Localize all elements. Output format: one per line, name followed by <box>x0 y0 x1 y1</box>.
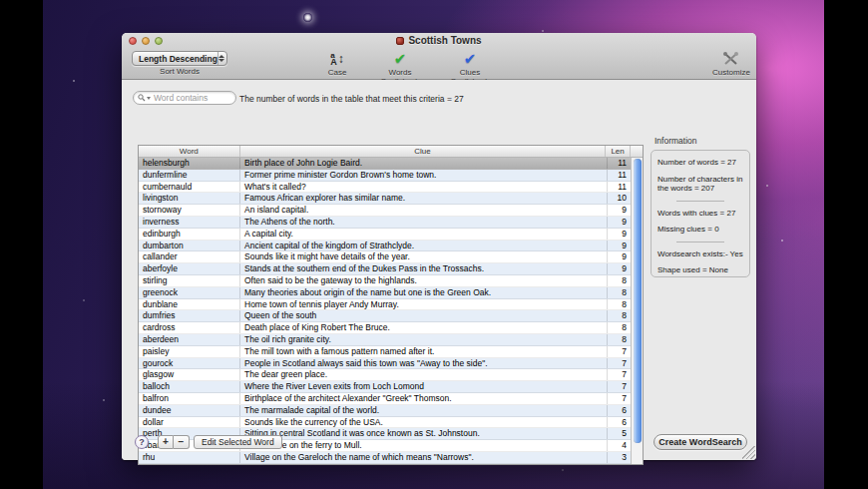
vertical-scrollbar[interactable] <box>631 158 643 464</box>
column-header-clue[interactable]: Clue <box>240 146 607 157</box>
word-cell: cumbernauld <box>139 182 240 193</box>
toolbar: Length Descending Sort Words aA ↕ Case ✔… <box>122 49 756 80</box>
word-cell: balloch <box>139 381 240 392</box>
titlebar[interactable]: Scottish Towns <box>122 33 756 49</box>
create-wordsearch-button[interactable]: Create WordSearch <box>653 434 747 450</box>
customize-button[interactable]: Customize <box>706 51 756 77</box>
word-cell: livingston <box>139 193 240 204</box>
info-number-of-words: Number of words = 27 <box>657 158 743 168</box>
table-row[interactable]: greenock Many theories about origin of t… <box>139 287 643 299</box>
len-cell: 7 <box>608 346 633 357</box>
help-button[interactable]: ? <box>135 435 149 449</box>
word-cell: gourock <box>139 358 240 369</box>
clue-cell: A capital city. <box>240 229 608 240</box>
table-row[interactable]: cumbernauld What's it called? 11 <box>139 182 643 194</box>
table-row[interactable]: dumbarton Ancient capital of the kingdom… <box>139 241 643 252</box>
column-header-len[interactable]: Len <box>606 146 631 157</box>
table-row[interactable]: stornoway An island capital. 9 <box>139 205 643 217</box>
info-words-with-clues: Words with clues = 27 <box>657 209 743 219</box>
word-cell: dunblane <box>139 299 240 310</box>
table-row[interactable]: dunfermline Former prime minister Gordon… <box>139 170 643 182</box>
clue-cell: People in Scotland always said this town… <box>240 358 608 369</box>
word-cell: edinburgh <box>139 229 240 240</box>
len-cell: 7 <box>608 369 633 380</box>
len-cell: 9 <box>608 229 633 240</box>
search-menu-arrow-icon <box>147 97 151 100</box>
window-chrome: Scottish Towns Length Descending Sort Wo… <box>122 33 756 80</box>
table-row[interactable]: callander Sounds like it might have deta… <box>139 251 643 263</box>
table-row[interactable]: helensburgh Birth place of John Logie Ba… <box>139 158 643 170</box>
window-title: Scottish Towns <box>408 35 481 46</box>
word-cell: dunfermline <box>139 170 240 181</box>
word-cell: cardross <box>139 322 240 333</box>
table-row[interactable]: edinburgh A capital city. 9 <box>139 229 643 241</box>
table-row[interactable]: aberdeen The oil rich granite city. 8 <box>139 334 643 346</box>
window-title-wrap: Scottish Towns <box>122 35 756 46</box>
remove-word-button[interactable]: − <box>174 435 190 449</box>
word-cell: dundee <box>139 405 240 416</box>
table-row[interactable]: stirling Often said to be the gateway to… <box>139 275 643 287</box>
len-cell: 9 <box>608 217 633 228</box>
len-cell: 7 <box>608 381 633 392</box>
document-proxy-icon <box>396 37 404 45</box>
clue-cell: Often said to be the gateway to the high… <box>240 275 608 286</box>
table-row[interactable]: inverness The Athens of the north. 9 <box>139 217 643 229</box>
sort-words-value: Length Descending <box>133 54 217 64</box>
criteria-text: The number of words in the table that me… <box>239 94 464 104</box>
clue-cell: Sounds like it might have details of the… <box>240 251 608 262</box>
search-icon <box>138 94 151 102</box>
len-cell: 9 <box>608 241 633 251</box>
resize-grip[interactable] <box>742 446 755 459</box>
table-row[interactable]: livingston Famous African explorer has s… <box>139 193 643 205</box>
len-cell: 8 <box>608 275 633 286</box>
clue-cell: Many theories about origin of the name b… <box>240 287 608 298</box>
len-cell: 9 <box>608 251 633 262</box>
add-word-button[interactable]: + <box>158 435 174 449</box>
clue-cell: Ancient capital of the kingdom of Strath… <box>240 241 608 251</box>
scrollbar-thumb[interactable] <box>634 159 642 443</box>
table-row[interactable]: cardross Death place of King Robert The … <box>139 322 643 334</box>
table-row[interactable]: gourock People in Scotland always said t… <box>139 358 643 370</box>
clue-cell: Sounds like the currency of the USA. <box>240 417 608 428</box>
table-row[interactable]: balloch Where the River Leven exits from… <box>139 381 643 393</box>
len-cell: 10 <box>608 193 633 204</box>
len-cell: 7 <box>608 393 633 404</box>
len-cell: 9 <box>608 263 633 274</box>
table-row[interactable]: dumfries Queen of the south 8 <box>139 310 643 322</box>
len-cell: 7 <box>608 358 633 369</box>
case-label: Case <box>328 68 347 77</box>
table-row[interactable]: glasgow The dear green place. 7 <box>139 369 643 381</box>
info-divider <box>676 242 723 243</box>
info-panel-title: Information <box>654 136 697 146</box>
sort-words-popup[interactable]: Length Descending <box>132 51 227 66</box>
table-row[interactable]: dundee The marmalade capital of the worl… <box>139 405 643 417</box>
app-window: Scottish Towns Length Descending Sort Wo… <box>122 33 756 460</box>
table-row[interactable]: balfron Birthplace of the architect Alex… <box>139 393 643 405</box>
word-cell: callander <box>139 251 240 262</box>
table-row[interactable]: dunblane Home town of tennis player Andy… <box>139 299 643 311</box>
table-row[interactable]: dollar Sounds like the currency of the U… <box>139 417 643 429</box>
table-row[interactable]: aberfoyle Stands at the southern end of … <box>139 263 643 275</box>
table-body-wrap: helensburgh Birth place of John Logie Ba… <box>139 158 643 464</box>
edit-selected-word-button[interactable]: Edit Selected Word <box>194 435 282 449</box>
column-header-word[interactable]: Word <box>139 146 240 157</box>
bright-star <box>303 13 312 22</box>
word-cell: dumbarton <box>139 241 240 251</box>
clue-cell: What's it called? <box>240 182 608 193</box>
word-cell: stirling <box>139 275 240 286</box>
clue-cell: Birth place of John Logie Baird. <box>240 158 608 169</box>
word-cell: greenock <box>139 287 240 298</box>
search-input[interactable]: Word contains <box>133 91 236 105</box>
len-cell: 11 <box>608 158 633 169</box>
len-cell: 6 <box>608 405 633 416</box>
table-row[interactable]: paisley The mill town with a famous patt… <box>139 346 643 358</box>
case-button[interactable]: aA ↕ Case <box>319 51 355 77</box>
blue-checkmark-icon: ✔ <box>464 51 477 67</box>
clue-cell: Former prime minister Gordon Brown's hom… <box>240 170 608 181</box>
clue-cell: An island capital. <box>240 205 608 216</box>
len-cell: 11 <box>608 170 633 181</box>
info-number-of-characters: Number of characters in the words = 207 <box>657 175 743 194</box>
clue-cell: The marmalade capital of the world. <box>240 405 608 416</box>
clue-cell: Birthplace of the architect Alexander "G… <box>240 393 608 404</box>
sort-words-label: Sort Words <box>160 67 200 76</box>
